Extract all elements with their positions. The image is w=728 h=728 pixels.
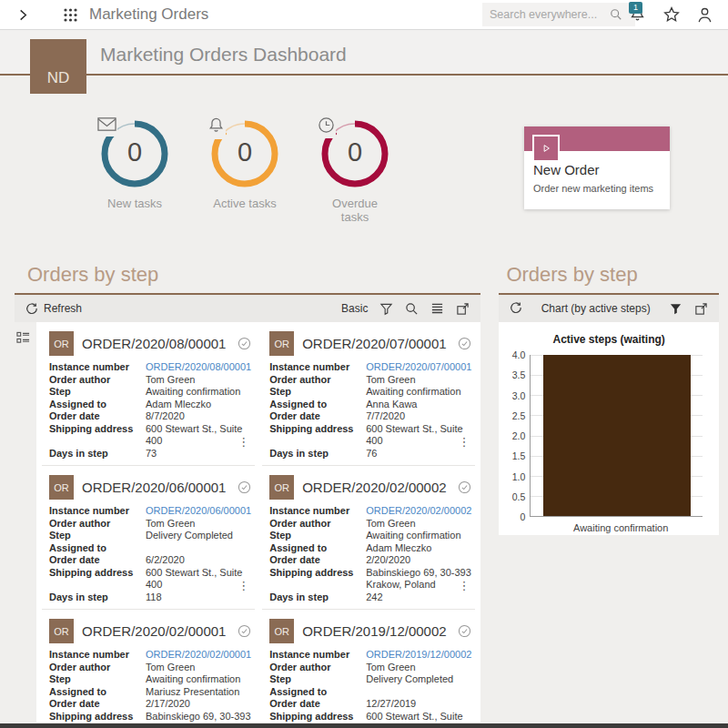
instance-number-link[interactable]: ORDER/2020/02/00002 [366, 505, 471, 518]
status-check-icon[interactable] [458, 337, 471, 350]
y-axis-tick-label: 2.0 [512, 430, 526, 441]
field-label: Assigned to [49, 542, 146, 555]
order-card: ORORDER/2020/02/00001Instance numberORDE… [42, 610, 255, 723]
field-row: Order authorTom Green [49, 518, 251, 531]
field-value: 242 [366, 592, 471, 604]
refresh-button[interactable]: Refresh [25, 302, 82, 315]
field-value: Awaiting confirmation [146, 673, 251, 686]
field-row: Shipping addressBabinskiego 69, 30-393 K… [269, 567, 471, 592]
filter-icon[interactable] [379, 302, 393, 316]
bar-chart-panel: Active steps (waiting) 4.03.53.02.52.01.… [499, 322, 719, 535]
order-card-header: ORORDER/2020/02/00002 [269, 475, 471, 500]
topbar-actions: 1 [629, 5, 713, 24]
order-card-title: ORDER/2019/12/00002 [302, 623, 450, 639]
search-icon[interactable] [405, 302, 419, 316]
view-selector[interactable]: Basic [341, 302, 368, 315]
compact-view-toggle-icon[interactable] [16, 331, 30, 345]
field-value: Awaiting confirmation [366, 386, 471, 399]
status-check-icon[interactable] [238, 480, 251, 494]
field-row: Instance numberORDER/2020/08/00001 [49, 361, 251, 374]
refresh-button[interactable] [510, 301, 522, 317]
order-card-title: ORDER/2020/07/00001 [302, 336, 450, 351]
instance-number-link[interactable]: ORDER/2020/02/00001 [146, 649, 251, 662]
kpi-new-tasks[interactable]: 0 New tasks [98, 119, 171, 221]
field-row: Order date2/20/2020 [269, 554, 471, 567]
list-view-icon[interactable] [430, 302, 444, 315]
field-row: Assigned toMariusz Presentation [49, 686, 251, 699]
notifications-button[interactable]: 1 [629, 5, 647, 24]
search-input[interactable] [490, 8, 610, 21]
topbar: Marketing Orders 1 [0, 0, 728, 30]
field-value: 2/20/2020 [366, 554, 471, 567]
field-row: StepAwaiting confirmation [269, 386, 471, 399]
field-row: Days in step118 [49, 592, 251, 604]
field-value: Tom Green [146, 518, 251, 531]
field-label: Order date [49, 410, 146, 423]
user-profile-icon[interactable] [696, 6, 713, 24]
instance-number-link[interactable]: ORDER/2020/07/00001 [366, 361, 471, 374]
field-label: Assigned to [269, 542, 366, 555]
tile-description: Order new marketing items [533, 183, 670, 194]
order-card: ORORDER/2020/07/00001Instance numberORDE… [262, 322, 475, 466]
field-row: StepAwaiting confirmation [49, 673, 251, 686]
instance-number-link[interactable]: ORDER/2019/12/00002 [366, 649, 471, 662]
field-row: Order date6/2/2020 [49, 554, 251, 567]
order-card-header: ORORDER/2019/12/00002 [269, 619, 471, 643]
refresh-icon [510, 301, 522, 314]
more-options-icon[interactable]: ⋮ [458, 435, 470, 449]
orders-section-title: Orders by step [27, 263, 480, 287]
field-label: Order author [269, 518, 366, 531]
y-axis: 4.03.53.02.52.01.51.00.50 [502, 355, 530, 517]
app-launcher-grid-icon[interactable] [63, 7, 78, 23]
kpi-label: Active tasks [208, 197, 281, 210]
more-options-icon[interactable]: ⋮ [238, 435, 249, 449]
field-row: Instance numberORDER/2020/06/00001 [49, 505, 251, 518]
field-row: StepAwaiting confirmation [49, 386, 251, 399]
field-value: Delivery Completed [146, 530, 251, 542]
field-value: 6/2/2020 [146, 554, 251, 567]
field-label: Order date [269, 698, 366, 711]
filter-applied-icon[interactable] [669, 302, 682, 316]
bar-awaiting-confirmation[interactable] [543, 355, 691, 516]
status-check-icon[interactable] [458, 624, 471, 638]
status-check-icon[interactable] [238, 337, 251, 350]
kpi-value: 0 [127, 137, 142, 167]
field-row: Days in step76 [269, 448, 471, 460]
open-in-new-icon[interactable] [456, 302, 470, 316]
field-row: Days in step242 [269, 592, 471, 604]
kpi-overdue-tasks[interactable]: 0 Overdue tasks [318, 119, 391, 221]
chart-section-title: Orders by step [506, 263, 719, 287]
field-value: Awaiting confirmation [146, 386, 251, 399]
favorites-star-icon[interactable] [662, 5, 681, 24]
expand-menu-chevron-icon[interactable] [16, 8, 30, 22]
new-order-tile[interactable]: New Order Order new marketing items [524, 126, 670, 209]
order-card-header: ORORDER/2020/02/00001 [49, 619, 251, 643]
tile-title: New Order [533, 162, 670, 177]
more-options-icon[interactable]: ⋮ [458, 579, 470, 592]
instance-number-link[interactable]: ORDER/2020/08/00001 [146, 361, 251, 374]
kpi-active-tasks[interactable]: 0 Active tasks [208, 119, 281, 221]
status-check-icon[interactable] [238, 624, 251, 638]
more-options-icon[interactable]: ⋮ [238, 579, 249, 592]
open-in-new-icon[interactable] [694, 302, 708, 316]
field-label: Order author [49, 518, 146, 531]
instance-number-link[interactable]: ORDER/2020/06/00001 [146, 505, 251, 518]
field-label: Order author [269, 374, 366, 387]
refresh-icon [25, 302, 38, 315]
order-card-header: ORORDER/2020/07/00001 [269, 331, 471, 356]
status-check-icon[interactable] [458, 480, 471, 494]
field-value: Tom Green [146, 662, 251, 674]
orders-chart-section: Orders by step Chart (by active steps) [499, 263, 719, 723]
field-row: Order date2/17/2020 [49, 698, 251, 711]
kpi-ring: 0 [210, 119, 279, 188]
field-label: Days in step [49, 448, 146, 460]
kpi-ring: 0 [320, 119, 389, 188]
search-box[interactable] [482, 3, 635, 26]
chart-view-label[interactable]: Chart (by active steps) [522, 302, 669, 315]
field-value: 600 Stewart St., Suite 400 [146, 423, 251, 448]
chart-toolbar: Chart (by active steps) [499, 295, 719, 322]
field-value: 12/27/2019 [366, 698, 471, 711]
field-value: 600 Stewart St., Suite 400 [366, 711, 471, 723]
order-card: ORORDER/2020/06/00001Instance numberORDE… [42, 466, 255, 610]
y-axis-tick-label: 1.5 [512, 450, 526, 461]
